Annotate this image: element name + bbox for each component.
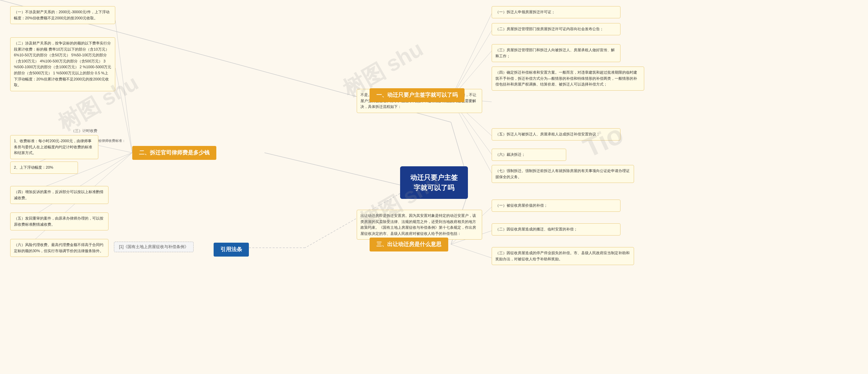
content-left-bot1: （四）增加反诉的案件，反诉部分可以按以上标准酌情减收费。 [10,186,108,204]
content-right-top3: （三）房屋拆迁管理部门和拆迁人向被拆迁人、房屋承租人做好宣传、解释工作； [492,44,620,62]
content-left-bot3: （六）风险代理收费。最高代理费金额不得高于合同约定标的额的30%，但实行市场调节… [10,239,108,257]
svg-line-0 [264,153,400,185]
law-ref[interactable]: [1]《国有土地上房屋征收与补偿条例》 [114,242,194,252]
svg-line-7 [451,14,492,98]
content-right-bot1: （一）被征收房屋价值的补偿； [492,200,620,212]
content-right-top5: （五）拆迁人与被拆迁人、房屋承租人达成拆迁补偿安置协议； [492,128,620,141]
center-node: 动迁只要户主签字就可以了吗 [400,166,468,199]
content-left-top1: （一）不涉及财产关系的：2000元-30000元/件，上下浮动幅度：20%但收费… [10,6,115,24]
branch-law[interactable]: 引用法条 [214,243,249,257]
content-right-top2: （二）房屋拆迁管理部门按房屋拆迁许可证内容向社会发布公告； [492,23,620,35]
mind-map: 动迁只要户主签字就可以了吗 二、拆迁官司律师费是多少钱 引用法条 一、动迁只要户… [0,0,868,374]
branch-right2[interactable]: 三、出让动迁房是什么意思 [370,238,448,251]
center-label: 动迁只要户主签字就可以了吗 [410,174,458,191]
content-left-bot2: （五）发回重审的案件，由原承办律师办理的，可以按原收费标准酌情减收费。 [10,212,108,230]
content-right-bot2: （二）因征收房屋造成的搬迁、临时安置的补偿； [492,223,620,236]
content-left-mid1: 1、收费标准：每小时200元-2000元，由律师事务所与委托人在上述幅度内约定计… [10,135,98,159]
content-right-bot-main: 出让动迁房即是拆迁安置房。因为其安置对象是特定的动迁安置户，该类房屋的买卖除受法… [357,210,482,240]
branch-right1[interactable]: 一、动迁只要户主签字就可以了吗 [370,88,465,102]
content-right-top4: （四）确定拆迁补偿标准和安置方案。一般而言，对违章建筑和超过批准期限的临时建筑不… [492,67,644,91]
label-jishi: （三）计时收费 [71,128,97,133]
content-right-top6: （六）裁决拆迁； [492,149,566,161]
svg-line-16 [451,244,492,258]
content-left-top2: （二）涉及财产关系的，按争议标的的额的以下费率实行分段累计收费：标的额 费率10… [10,37,115,91]
branch-left1[interactable]: 二、拆迁官司律师费是多少钱 [132,146,216,160]
content-right-bot3: （三）因征收房屋造成的停产停业损失的补偿。市、县级人民政府应当制定补助和奖励办法… [492,247,634,265]
watermark-brand: Tio [578,118,628,164]
content-right-top7: （七）强制拆迁。强制拆迁前拆迁人有就拆除房屋的有关事项向公证处申请办理证据保全的… [492,165,634,183]
content-left-mid2: 2、上下浮动幅度：20% [10,162,78,174]
content-right-top1: （一）拆迁人申领房屋拆迁许可证； [492,6,620,18]
svg-line-17 [115,20,132,153]
